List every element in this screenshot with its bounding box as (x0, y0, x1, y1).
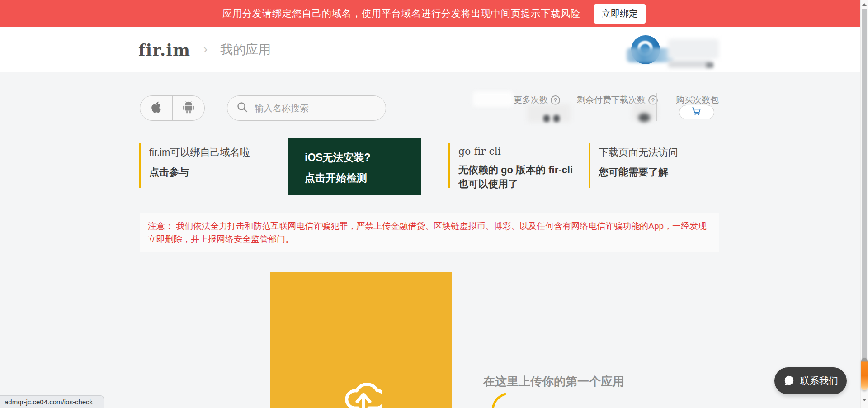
bind-now-button[interactable]: 立即绑定 (594, 4, 646, 24)
upload-hint-text: 在这里上传你的第一个应用 (483, 374, 624, 389)
cart-icon (692, 107, 702, 118)
promo-title: fir.im可以绑自己域名啦 (149, 146, 250, 159)
breadcrumb: fir.im › 我的应用 (138, 27, 271, 72)
search-box (227, 95, 386, 121)
quota-help-icon[interactable]: ? (551, 95, 560, 105)
buy-pack-label: 购买次数包 (676, 94, 719, 106)
promo-title: 下载页面无法访问 (599, 146, 678, 159)
search-input[interactable] (255, 103, 377, 114)
promo-action: 点击参与 (149, 165, 250, 179)
quota-value-digits-blurred (553, 115, 560, 122)
avatar-blur-overlay (627, 48, 674, 62)
user-email-blurred-tail (706, 62, 713, 68)
promo-action: 点击开始检测 (305, 171, 421, 185)
promo-title: go-fir-cli (458, 146, 573, 157)
search-icon (236, 101, 248, 115)
page-title: 我的应用 (220, 41, 271, 58)
contact-us-button[interactable]: 联系我们 (774, 367, 847, 394)
contact-us-label: 联系我们 (800, 375, 838, 387)
scrollbar-orange-marker[interactable] (861, 358, 868, 390)
promo-card-go-fir-cli[interactable]: go-fir-cli 无依赖的 go 版本的 fir-cli 也可以使用了 (448, 143, 573, 188)
promo-card-download-page[interactable]: 下载页面无法访问 您可能需要了解 (589, 143, 678, 188)
warning-text: 注意： 我们依法全力打击和防范互联网电信诈骗犯罪，严禁上传金融借贷、区块链虚拟币… (148, 221, 707, 244)
promo-card-ios-check[interactable]: iOS无法安装? 点击开始检测 (288, 138, 421, 195)
user-email-blurred (668, 61, 712, 68)
scrollbar-thumb[interactable] (862, 9, 867, 362)
promo-action: 您可能需要了解 (599, 165, 678, 179)
apple-icon (151, 101, 162, 115)
link-preview-statusbar: admqr-jc.ce04.com/ios-check (0, 395, 104, 408)
promo-action-line2: 也可以使用了 (458, 177, 573, 191)
firim-logo[interactable]: fir.im (138, 40, 190, 59)
paid-downloads-digit-blurred (638, 113, 650, 122)
stats-divider (566, 93, 566, 121)
android-icon (183, 101, 194, 115)
filter-android-button[interactable] (173, 96, 205, 120)
username-blurred (668, 39, 719, 59)
domain-bind-banner: 应用分发请绑定您自己的域名，使用平台域名进行分发将出现中间页提示下载风险 立即绑… (0, 0, 868, 27)
upload-dropzone[interactable] (270, 272, 452, 408)
stats-divider (656, 93, 657, 121)
chevron-right-icon: › (203, 41, 208, 57)
arrow-curve-icon (491, 393, 510, 408)
buy-pack-button[interactable] (679, 105, 714, 119)
anti-fraud-warning: 注意： 我们依法全力打击和防范互联网电信诈骗犯罪，严禁上传金融借贷、区块链虚拟币… (140, 213, 719, 252)
chat-bubble-icon (783, 375, 795, 388)
promo-action-line1: 无依赖的 go 版本的 fir-cli (458, 163, 573, 177)
promo-title: iOS无法安装? (305, 151, 421, 165)
quota-label-blurred (473, 91, 514, 107)
promo-card-domain[interactable]: fir.im可以绑自己域名啦 点击参与 (139, 143, 250, 188)
cloud-upload-icon (339, 368, 382, 408)
banner-message: 应用分发请绑定您自己的域名，使用平台域名进行分发将出现中间页提示下载风险 (222, 7, 580, 20)
scrollbar-up-arrow-icon[interactable] (862, 3, 867, 6)
app-header: fir.im › 我的应用 (0, 27, 868, 72)
platform-filter (140, 95, 205, 121)
quota-value-digits-blurred (543, 115, 550, 122)
page-scrollbar[interactable] (860, 0, 868, 408)
user-avatar[interactable] (631, 35, 660, 64)
scrollbar-down-arrow-icon[interactable] (862, 399, 867, 401)
filter-ios-button[interactable] (140, 96, 173, 120)
quota-stats: 更多次数 ? 剩余付费下载次数 ? 购买次数包 (470, 90, 722, 123)
